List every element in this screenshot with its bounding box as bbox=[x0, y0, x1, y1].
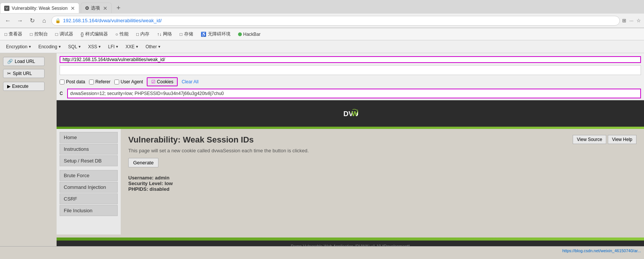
dvwa-dark-footer: Damn Vulnerable Web Application (DVWA) v… bbox=[57, 241, 644, 246]
storage-label: 存储 bbox=[184, 31, 193, 37]
more-options-icon[interactable]: ··· bbox=[629, 18, 633, 23]
dev-toolbar: □ 查看器 □ 控制台 □ 调试器 {} 样式编辑器 ○ 性能 □ 内存 ↑↓ … bbox=[0, 28, 644, 40]
execute-button[interactable]: ▶ Execute bbox=[3, 82, 45, 91]
dvwa-bottom-green-bar bbox=[57, 238, 644, 241]
lfi-menu[interactable]: LFI ▼ bbox=[105, 43, 121, 51]
address-input[interactable] bbox=[51, 16, 620, 26]
user-agent-checkbox[interactable] bbox=[114, 80, 119, 84]
xss-menu[interactable]: XSS ▼ bbox=[85, 43, 105, 51]
devtool-network[interactable]: ↑↓ 网络 bbox=[155, 30, 174, 38]
devtool-style-editor[interactable]: {} 样式编辑器 bbox=[79, 30, 109, 38]
reload-button[interactable]: ↻ bbox=[27, 16, 37, 26]
memory-label: 内存 bbox=[140, 31, 149, 37]
dvwa-nav-brute-force[interactable]: Brute Force bbox=[60, 170, 118, 181]
post-data-checkbox[interactable] bbox=[60, 80, 65, 84]
new-tab-button[interactable]: + bbox=[113, 3, 124, 13]
extensions-icon[interactable]: ⊞ bbox=[622, 18, 626, 23]
forward-button[interactable]: → bbox=[15, 16, 25, 26]
devtool-debugger[interactable]: □ 调试器 bbox=[54, 30, 75, 38]
post-data-checkbox-label[interactable]: Post data bbox=[60, 79, 85, 84]
referer-checkbox-label[interactable]: Referer bbox=[89, 79, 111, 84]
dvwa-sidebar: Home Instructions Setup / Reset DB Brute… bbox=[57, 129, 121, 234]
user-agent-checkbox-label[interactable]: User Agent bbox=[114, 79, 143, 84]
tab-bar: V Vulnerability: Weak Session ✕ ⚙ 选项 ✕ + bbox=[0, 0, 644, 14]
console-icon: □ bbox=[30, 32, 32, 37]
dvwa-nav-setup[interactable]: Setup / Reset DB bbox=[60, 155, 118, 166]
view-help-button[interactable]: View Help bbox=[608, 135, 636, 144]
view-buttons: View Source View Help bbox=[573, 135, 636, 144]
tab-title-2: 选项 bbox=[91, 5, 100, 11]
dvwa-security-value: low bbox=[164, 181, 173, 186]
lock-icon: 🔒 bbox=[55, 18, 61, 23]
devtool-hackbar[interactable]: HackBar bbox=[237, 31, 262, 38]
tab-favicon-1: V bbox=[4, 6, 9, 11]
dvwa-security-label: Security Level: bbox=[128, 181, 163, 186]
dvwa-nav-home[interactable]: Home bbox=[60, 132, 118, 143]
home-button[interactable]: ⌂ bbox=[39, 16, 49, 26]
dvwa-page-title: Vulnerability: Weak Session IDs bbox=[128, 135, 636, 145]
inspector-icon: □ bbox=[5, 32, 7, 37]
url-inputs-area: Post data Referer User Agent ☑ Cookies C… bbox=[57, 53, 644, 100]
tab-2[interactable]: ⚙ 选项 ✕ bbox=[81, 3, 112, 13]
style-editor-icon: {} bbox=[81, 32, 84, 37]
devtool-performance[interactable]: ○ 性能 bbox=[114, 30, 130, 38]
encoding-menu[interactable]: Encoding ▼ bbox=[35, 43, 65, 51]
cookies-button[interactable]: ☑ Cookies bbox=[147, 77, 178, 86]
browser-chrome: V Vulnerability: Weak Session ✕ ⚙ 选项 ✕ +… bbox=[0, 0, 644, 28]
xxe-arrow-icon: ▼ bbox=[135, 45, 139, 49]
accessibility-icon: ♿ bbox=[201, 32, 206, 37]
dvwa-nav-instructions[interactable]: Instructions bbox=[60, 144, 118, 155]
debugger-icon: □ bbox=[55, 32, 58, 37]
tab-close-2[interactable]: ✕ bbox=[103, 5, 108, 11]
url-input-secondary[interactable] bbox=[60, 65, 641, 75]
devtool-inspector[interactable]: □ 查看器 bbox=[3, 30, 24, 38]
back-button[interactable]: ← bbox=[3, 16, 13, 26]
referer-checkbox[interactable] bbox=[89, 80, 94, 84]
load-url-button[interactable]: 🔗 Load URL bbox=[3, 57, 45, 66]
dvwa-user-info: Username: admin Security Level: low PHPI… bbox=[128, 175, 636, 192]
dvwa-footer-text: Damn Vulnerable Web Application (DVWA) v… bbox=[291, 244, 410, 246]
dvwa-nav-command-injection[interactable]: Command Injection bbox=[60, 182, 118, 193]
split-url-button[interactable]: ✂ Split URL bbox=[3, 69, 45, 78]
sql-menu[interactable]: SQL ▼ bbox=[65, 43, 85, 51]
view-source-button[interactable]: View Source bbox=[573, 135, 606, 144]
address-bar: ← → ↻ ⌂ 🔒 ⊞ ··· ☆ bbox=[0, 14, 644, 28]
dvwa-security-row: Security Level: low bbox=[128, 181, 636, 186]
cookie-row: C bbox=[60, 89, 641, 98]
generate-button[interactable]: Generate bbox=[128, 158, 158, 167]
lfi-arrow-icon: ▼ bbox=[115, 45, 119, 49]
dvwa-phpids-value: disabled bbox=[149, 186, 169, 192]
dvwa-header: DV W A bbox=[57, 100, 644, 127]
load-url-icon: 🔗 bbox=[7, 59, 13, 64]
devtool-console[interactable]: □ 控制台 bbox=[28, 30, 49, 38]
network-label: 网络 bbox=[163, 31, 172, 37]
dvwa-username-row: Username: admin bbox=[128, 175, 636, 181]
tab-1[interactable]: V Vulnerability: Weak Session ✕ bbox=[0, 3, 79, 13]
dvwa-logo: DV W A bbox=[343, 106, 358, 121]
hackbar-menu-bar: Encryption ▼ Encoding ▼ SQL ▼ XSS ▼ LFI … bbox=[0, 40, 644, 53]
options-row: Post data Referer User Agent ☑ Cookies C… bbox=[60, 77, 641, 86]
tab-title-1: Vulnerability: Weak Session bbox=[12, 6, 68, 11]
center-area: Post data Referer User Agent ☑ Cookies C… bbox=[57, 53, 644, 246]
console-label: 控制台 bbox=[34, 31, 48, 37]
devtool-memory[interactable]: □ 内存 bbox=[135, 30, 151, 38]
xxe-menu[interactable]: XXE ▼ bbox=[123, 43, 142, 51]
dvwa-body: Home Instructions Setup / Reset DB Brute… bbox=[57, 129, 644, 234]
encoding-arrow-icon: ▼ bbox=[58, 45, 61, 49]
dvwa-nav-csrf[interactable]: CSRF bbox=[60, 193, 118, 204]
dvwa-main: Vulnerability: Weak Session IDs This pag… bbox=[121, 129, 644, 234]
devtool-storage[interactable]: □ 存储 bbox=[178, 30, 194, 38]
tab-close-1[interactable]: ✕ bbox=[71, 5, 75, 11]
encryption-menu[interactable]: Encryption ▼ bbox=[3, 43, 35, 51]
status-bar: https://blog.csdn.net/weixin_46150740/ar… bbox=[0, 246, 644, 254]
cookie-input[interactable] bbox=[67, 89, 641, 98]
clear-all-button[interactable]: Clear All bbox=[181, 79, 198, 84]
other-menu[interactable]: Other ▼ bbox=[143, 43, 164, 51]
dvwa-username-label: Username: bbox=[128, 175, 154, 181]
bookmark-icon[interactable]: ☆ bbox=[636, 18, 641, 23]
devtool-accessibility[interactable]: ♿ 无障碍环境 bbox=[199, 30, 232, 38]
accessibility-label: 无障碍环境 bbox=[208, 31, 231, 37]
url-input-main[interactable] bbox=[60, 56, 641, 63]
dvwa-content: DV W A Home Instructions Setup / Reset D… bbox=[57, 100, 644, 246]
dvwa-nav-file-inclusion[interactable]: File Inclusion bbox=[60, 205, 118, 216]
